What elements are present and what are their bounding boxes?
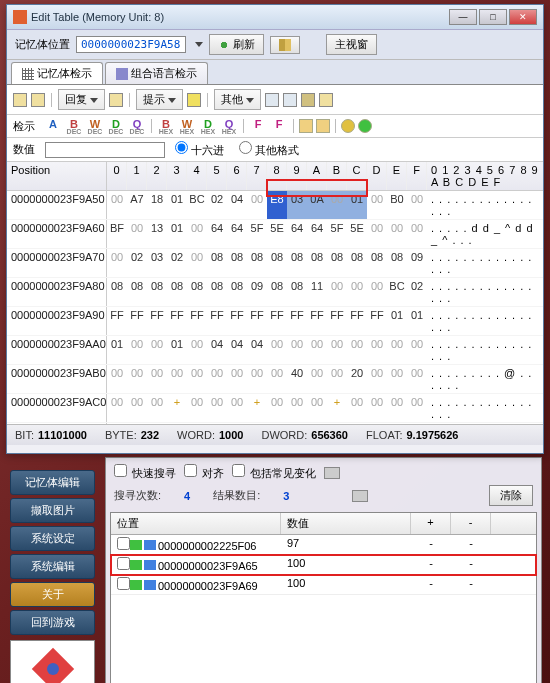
hex-byte[interactable]: 08 [227, 278, 247, 306]
address-input[interactable] [76, 36, 186, 53]
hex-byte[interactable]: 02 [167, 249, 187, 277]
hex-byte[interactable]: 00 [327, 191, 347, 219]
hex-byte[interactable]: 00 [307, 365, 327, 393]
hex-byte[interactable]: 00 [127, 423, 147, 424]
hex-byte[interactable]: 00 [347, 423, 367, 424]
hex-byte[interactable]: FF [167, 307, 187, 335]
hex-byte[interactable]: BC [387, 278, 407, 306]
maximize-button[interactable]: □ [479, 9, 507, 25]
hex-byte[interactable]: 00 [187, 423, 207, 424]
col-plus[interactable]: + [411, 513, 451, 534]
sys-edit-button[interactable]: 系统编辑 [10, 554, 95, 579]
hex-byte[interactable]: 00 [227, 394, 247, 422]
hex-byte[interactable]: 0A [307, 191, 327, 219]
hex-byte[interactable]: 00 [407, 423, 427, 424]
doc-icon-1[interactable] [265, 93, 279, 107]
align-check[interactable]: 对齐 [184, 464, 224, 481]
other-button[interactable]: 其他 [214, 89, 261, 110]
hex-byte[interactable]: FF [207, 307, 227, 335]
hex-byte[interactable]: FF [127, 307, 147, 335]
tab-assembly-view[interactable]: 组合语言检示 [105, 62, 208, 84]
hex-byte[interactable]: 00 [347, 278, 367, 306]
misc-icon-2[interactable] [316, 119, 330, 133]
hex-byte[interactable]: 08 [267, 278, 287, 306]
hex-byte[interactable]: 00 [287, 423, 307, 424]
hex-byte[interactable]: 00 [147, 365, 167, 393]
hex-byte[interactable]: 00 [247, 423, 267, 424]
hex-byte[interactable]: 04 [227, 191, 247, 219]
hex-byte[interactable]: 04 [247, 336, 267, 364]
quick-search-check[interactable]: 快速搜寻 [114, 464, 176, 481]
hex-byte[interactable]: 00 [187, 220, 207, 248]
hex-byte[interactable]: 00 [307, 423, 327, 424]
hex-byte[interactable]: 00 [307, 394, 327, 422]
hex-byte[interactable]: 00 [147, 423, 167, 424]
hex-byte[interactable]: 00 [307, 336, 327, 364]
hex-byte[interactable]: 20 [347, 365, 367, 393]
hex-byte[interactable]: E8 [267, 191, 287, 219]
row-check[interactable] [117, 557, 130, 570]
misc-icon-1[interactable] [299, 119, 313, 133]
bulb-icon[interactable] [187, 93, 201, 107]
hex-byte[interactable]: 09 [247, 278, 267, 306]
hex-byte[interactable]: 00 [207, 394, 227, 422]
hex-byte[interactable]: 03 [147, 249, 167, 277]
hex-byte[interactable]: FF [267, 307, 287, 335]
hex-byte[interactable]: 11 [307, 278, 327, 306]
hex-byte[interactable]: 00 [107, 394, 127, 422]
hex-byte[interactable]: 01 [387, 307, 407, 335]
hex-byte[interactable]: 00 [267, 423, 287, 424]
hex-byte[interactable]: 00 [107, 365, 127, 393]
hex-byte[interactable]: 40 [287, 365, 307, 393]
hex-byte[interactable]: FF [327, 307, 347, 335]
hex-byte[interactable]: 00 [327, 423, 347, 424]
hex-byte[interactable]: 00 [387, 423, 407, 424]
hex-row[interactable]: 0000000023F9AC0000000+000000+000000+0000… [7, 394, 543, 423]
hex-byte[interactable]: 08 [207, 249, 227, 277]
hex-byte[interactable]: 01 [167, 191, 187, 219]
hex-byte[interactable]: 08 [127, 278, 147, 306]
hex-byte[interactable]: 00 [367, 394, 387, 422]
hex-byte[interactable]: 5F [247, 220, 267, 248]
back-game-button[interactable]: 回到游戏 [10, 610, 95, 635]
misc-icon-3[interactable] [341, 119, 355, 133]
hex-byte[interactable]: 09 [407, 249, 427, 277]
hex-byte[interactable]: 00 [347, 336, 367, 364]
hex-byte[interactable]: 00 [387, 336, 407, 364]
hex-byte[interactable]: 00 [207, 365, 227, 393]
hex-byte[interactable]: FF [187, 307, 207, 335]
result-minus2[interactable]: - [451, 576, 491, 593]
main-window-button[interactable]: 主视窗 [326, 34, 377, 55]
hex-byte[interactable]: 02 [127, 249, 147, 277]
hex-byte[interactable]: 08 [287, 278, 307, 306]
hex-byte[interactable]: 00 [367, 365, 387, 393]
panel-icon[interactable] [324, 467, 340, 479]
hex-byte[interactable]: 00 [407, 336, 427, 364]
tab-memory-view[interactable]: 记忆体检示 [11, 62, 103, 84]
format-float[interactable]: F [249, 118, 267, 134]
hex-byte[interactable]: 08 [387, 249, 407, 277]
hex-byte[interactable]: 00 [407, 365, 427, 393]
hex-byte[interactable]: 08 [267, 249, 287, 277]
hex-byte[interactable]: 01 [407, 307, 427, 335]
tool-icon-1[interactable] [13, 93, 27, 107]
hex-byte[interactable]: 08 [107, 278, 127, 306]
format-double[interactable]: F [270, 118, 288, 134]
format-byte-dec[interactable]: BDEC [65, 118, 83, 134]
hex-byte[interactable]: 00 [227, 423, 247, 424]
hex-row[interactable]: 0000000023F9A60BF0013010064645F5E64645F5… [7, 220, 543, 249]
result-row[interactable]: 00000000023F9A65100-- [111, 555, 536, 575]
hex-byte[interactable]: 02 [407, 278, 427, 306]
hex-byte[interactable]: FF [247, 307, 267, 335]
hex-byte[interactable]: 01 [107, 336, 127, 364]
col-value[interactable]: 数值 [281, 513, 411, 534]
hex-byte[interactable]: 00 [387, 394, 407, 422]
hex-byte[interactable]: FF [107, 307, 127, 335]
hex-byte[interactable]: 08 [327, 249, 347, 277]
misc-icon-4[interactable] [358, 119, 372, 133]
mem-edit-button[interactable]: 记忆体编辑 [10, 470, 95, 495]
hex-viewer[interactable]: Position 0123456789ABCDEF 0 1 2 3 4 5 6 … [7, 162, 543, 424]
hex-row[interactable]: 0000000023F9A700002030200080808080808080… [7, 249, 543, 278]
hex-radio[interactable]: 十六进 [175, 144, 224, 156]
hex-byte[interactable]: 04 [227, 336, 247, 364]
